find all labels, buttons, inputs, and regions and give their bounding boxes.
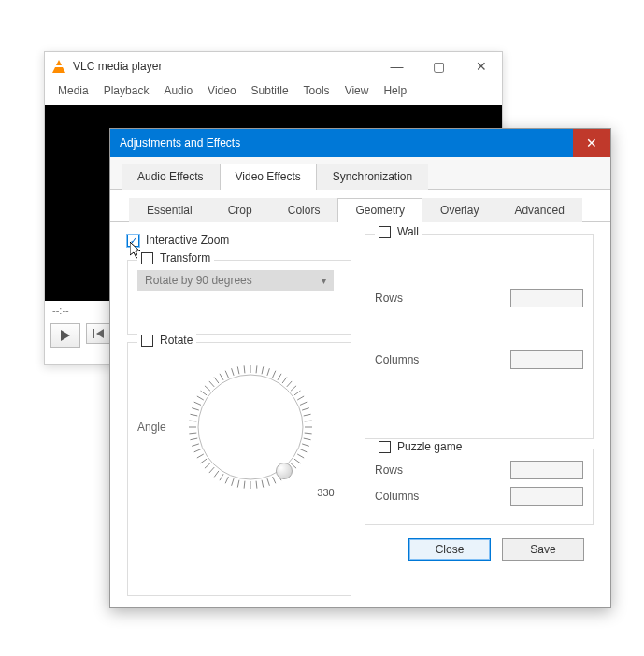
- transform-group: Transform Rotate by 90 degrees ▾: [127, 260, 351, 335]
- menu-playback[interactable]: Playback: [96, 82, 157, 99]
- menu-tools[interactable]: Tools: [296, 82, 337, 99]
- svg-line-54: [267, 368, 269, 376]
- geometry-panel: Interactive Zoom Transform Rotate by 90 …: [110, 222, 610, 607]
- tab-video-effects[interactable]: Video Effects: [220, 164, 317, 190]
- tab-audio-effects[interactable]: Audio Effects: [122, 164, 220, 190]
- menu-view[interactable]: View: [337, 82, 377, 99]
- puzzle-rows-label: Rows: [375, 463, 403, 477]
- vlc-menubar: Media Playback Audio Video Subtitle Tool…: [45, 80, 502, 105]
- menu-media[interactable]: Media: [50, 82, 96, 99]
- svg-line-39: [192, 408, 199, 410]
- puzzle-cols-label: Columns: [375, 490, 419, 503]
- puzzle-group: Puzzle game Rows ▲▼ Columns ▲▼: [365, 449, 594, 525]
- transform-select-value: Rotate by 90 degrees: [145, 274, 252, 287]
- svg-line-57: [282, 378, 287, 383]
- checkbox-icon: [379, 441, 391, 453]
- wall-cols-input[interactable]: [511, 351, 644, 368]
- vlc-titlebar: VLC media player — ▢ ✕: [45, 52, 502, 80]
- tab-overlay[interactable]: Overlay: [422, 198, 496, 222]
- svg-line-50: [244, 365, 245, 373]
- angle-label: Angle: [137, 421, 166, 434]
- svg-line-38: [190, 414, 197, 416]
- svg-line-35: [189, 433, 196, 434]
- svg-line-42: [200, 391, 206, 395]
- tab-essential[interactable]: Essential: [129, 198, 210, 222]
- svg-line-63: [302, 408, 309, 410]
- wall-group: Wall Rows ▲▼ Columns: [365, 234, 594, 439]
- tab-advanced[interactable]: Advanced: [496, 198, 581, 222]
- svg-line-22: [244, 481, 245, 489]
- checkbox-icon: [127, 235, 139, 247]
- svg-line-9: [302, 444, 309, 446]
- puzzle-rows-spinner[interactable]: ▲▼: [510, 461, 583, 479]
- svg-line-48: [231, 368, 233, 376]
- vlc-window-title: VLC media player: [73, 60, 162, 73]
- checkbox-icon: [141, 335, 153, 347]
- svg-line-29: [205, 463, 210, 468]
- menu-audio[interactable]: Audio: [156, 82, 200, 99]
- save-button[interactable]: Save: [502, 538, 584, 561]
- previous-button[interactable]: [86, 323, 110, 344]
- tab-geometry[interactable]: Geometry: [337, 198, 422, 222]
- menu-video[interactable]: Video: [200, 82, 243, 99]
- dialog-button-row: Close Save: [365, 538, 594, 561]
- tab-synchronization[interactable]: Synchronization: [317, 164, 428, 190]
- puzzle-rows-input[interactable]: [511, 462, 644, 478]
- svg-line-62: [300, 402, 307, 405]
- svg-line-65: [304, 421, 311, 421]
- svg-line-64: [303, 414, 310, 416]
- tab-crop[interactable]: Crop: [210, 198, 270, 222]
- svg-line-7: [304, 433, 311, 434]
- transform-checkbox[interactable]: Transform: [137, 251, 214, 264]
- vlc-cone-icon: [52, 60, 65, 73]
- transform-label: Transform: [160, 251, 210, 264]
- rotate-checkbox[interactable]: Rotate: [137, 334, 196, 347]
- rotate-label: Rotate: [160, 334, 193, 347]
- svg-line-23: [237, 480, 239, 488]
- menu-subtitle[interactable]: Subtitle: [244, 82, 296, 99]
- svg-line-32: [193, 449, 200, 452]
- time-elapsed: --:--: [52, 305, 69, 316]
- svg-line-11: [297, 454, 304, 458]
- wall-rows-input[interactable]: [511, 290, 644, 307]
- close-button[interactable]: ✕: [460, 52, 502, 80]
- svg-line-10: [300, 449, 307, 452]
- wall-cols-spinner[interactable]: ▲▼: [510, 350, 583, 369]
- svg-line-49: [237, 366, 239, 374]
- svg-line-34: [190, 438, 197, 440]
- svg-line-28: [209, 467, 214, 473]
- wall-rows-spinner[interactable]: ▲▼: [510, 289, 583, 307]
- tab-colors[interactable]: Colors: [270, 198, 338, 222]
- interactive-zoom-checkbox[interactable]: Interactive Zoom: [127, 234, 351, 247]
- svg-line-61: [297, 396, 304, 400]
- puzzle-cols-spinner[interactable]: ▲▼: [510, 487, 583, 506]
- svg-line-26: [220, 474, 223, 480]
- dialog-close-button[interactable]: ✕: [573, 129, 610, 157]
- maximize-button[interactable]: ▢: [418, 52, 460, 80]
- svg-line-31: [197, 454, 204, 458]
- wall-label: Wall: [397, 225, 419, 238]
- svg-line-20: [256, 481, 257, 489]
- dial-knob[interactable]: [276, 463, 293, 479]
- svg-line-25: [225, 477, 228, 483]
- wall-rows-label: Rows: [375, 292, 403, 305]
- dialog-title: Adjustments and Effects: [120, 136, 240, 150]
- rotate-dial[interactable]: 330: [176, 352, 325, 502]
- svg-line-43: [205, 386, 210, 391]
- wall-checkbox[interactable]: Wall: [375, 225, 422, 238]
- angle-value: 330: [317, 487, 334, 498]
- svg-line-18: [267, 478, 269, 486]
- menu-help[interactable]: Help: [376, 82, 414, 99]
- puzzle-cols-input[interactable]: [511, 488, 644, 505]
- close-button[interactable]: Close: [408, 538, 491, 561]
- minimize-button[interactable]: —: [376, 52, 418, 80]
- checkbox-icon: [379, 226, 391, 238]
- play-button[interactable]: [50, 323, 80, 348]
- puzzle-checkbox[interactable]: Puzzle game: [375, 440, 465, 453]
- svg-line-24: [231, 478, 233, 486]
- svg-marker-2: [96, 329, 104, 338]
- svg-line-37: [189, 421, 196, 421]
- transform-select[interactable]: Rotate by 90 degrees ▾: [137, 270, 334, 291]
- svg-line-8: [303, 438, 310, 440]
- svg-marker-0: [61, 330, 70, 341]
